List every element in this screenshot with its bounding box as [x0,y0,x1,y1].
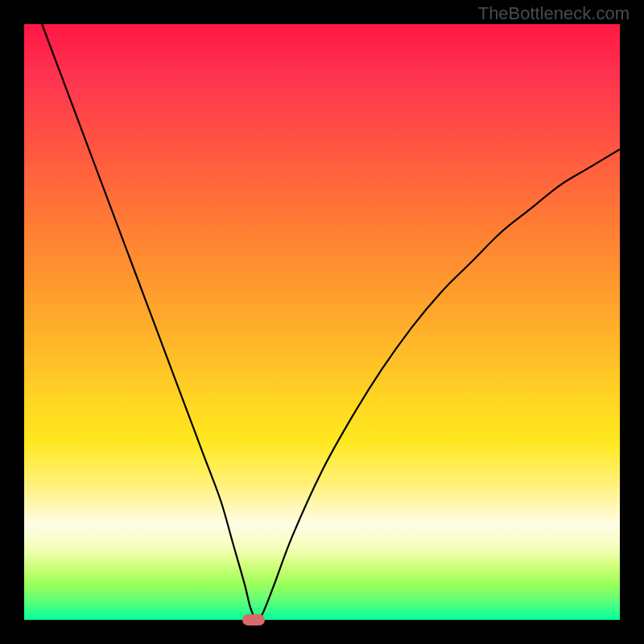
bottleneck-curve [24,24,620,620]
optimal-point-marker [242,614,265,625]
watermark-text: TheBottleneck.com [478,3,630,24]
chart-plot-area [24,24,620,620]
